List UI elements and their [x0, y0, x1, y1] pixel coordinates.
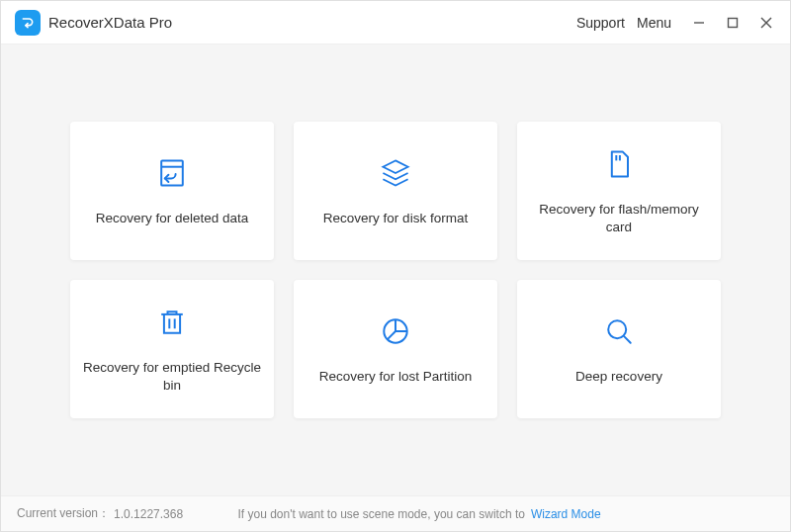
minimize-button[interactable] — [687, 11, 711, 35]
card-label: Recovery for flash/memory card — [527, 201, 711, 235]
app-window: RecoverXData Pro Support Menu — [0, 0, 791, 532]
disk-stack-icon — [378, 154, 413, 192]
card-label: Recovery for disk format — [323, 210, 468, 227]
app-title: RecoverXData Pro — [48, 14, 172, 31]
card-deep-recovery[interactable]: Deep recovery — [517, 280, 721, 418]
trash-icon — [154, 304, 190, 341]
recovery-card-grid: Recovery for deleted data Recovery for d… — [70, 122, 721, 418]
svg-marker-6 — [383, 161, 407, 174]
content-area: Recovery for deleted data Recovery for d… — [1, 44, 790, 495]
card-label: Recovery for lost Partition — [319, 368, 473, 386]
titlebar: RecoverXData Pro Support Menu — [1, 1, 790, 44]
svg-rect-4 — [161, 161, 183, 186]
card-label: Recovery for emptied Recycle bin — [80, 359, 264, 394]
card-disk-format[interactable]: Recovery for disk format — [294, 122, 497, 260]
version-value: 1.0.1227.368 — [114, 507, 183, 521]
footer: Current version： 1.0.1227.368 If you don… — [1, 495, 790, 531]
magnify-icon — [601, 312, 637, 350]
support-link[interactable]: Support — [576, 15, 625, 31]
card-recycle-bin[interactable]: Recovery for emptied Recycle bin — [70, 280, 274, 418]
card-deleted-data[interactable]: Recovery for deleted data — [70, 122, 274, 260]
version-label: Current version： — [17, 505, 110, 522]
close-button[interactable] — [754, 11, 778, 35]
sd-card-icon — [601, 145, 637, 183]
card-lost-partition[interactable]: Recovery for lost Partition — [294, 280, 497, 418]
window-controls — [687, 11, 778, 35]
switch-mode-text: If you don't want to use scene mode, you… — [237, 507, 524, 521]
minimize-icon — [692, 16, 706, 30]
svg-rect-1 — [729, 18, 738, 27]
file-restore-icon — [154, 154, 190, 192]
partition-icon — [378, 312, 413, 350]
maximize-button[interactable] — [721, 11, 745, 35]
svg-point-13 — [608, 320, 626, 338]
wizard-mode-link[interactable]: Wizard Mode — [531, 507, 601, 521]
maximize-icon — [726, 16, 740, 30]
card-label: Deep recovery — [575, 368, 662, 386]
menu-link[interactable]: Menu — [637, 15, 671, 31]
card-label: Recovery for deleted data — [96, 210, 249, 227]
svg-line-14 — [624, 337, 630, 343]
close-icon — [759, 16, 773, 30]
app-logo — [15, 10, 41, 36]
card-flash-memory[interactable]: Recovery for flash/memory card — [517, 122, 721, 260]
